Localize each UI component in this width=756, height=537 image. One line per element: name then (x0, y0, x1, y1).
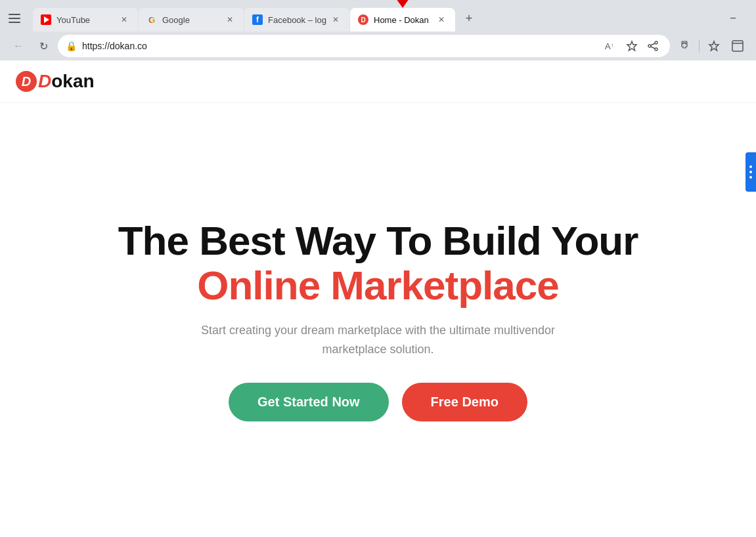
tab-youtube-close[interactable]: ✕ (118, 14, 130, 26)
get-started-button[interactable]: Get Started Now (229, 383, 389, 421)
svg-rect-15 (732, 41, 743, 51)
sidebar-dot-1 (749, 165, 752, 168)
hero-title-line2: Online Marketplace (197, 263, 559, 308)
tab-youtube-title: YouTube (56, 15, 116, 25)
yt-play-icon (44, 16, 49, 23)
add-to-favorites-icon[interactable] (623, 37, 641, 55)
browser-controls-left (0, 5, 33, 32)
svg-point-10 (655, 48, 657, 51)
browser-window: YouTube ✕ G Google ✕ f Facebook – log ✕ … (0, 0, 756, 537)
address-bar-row: ← ↻ 🔒 https://dokan.co A ↑ (0, 32, 756, 60)
svg-point-8 (655, 41, 657, 44)
sidebar-dot-2 (749, 171, 752, 173)
sidebar-dot-3 (749, 176, 752, 179)
read-aloud-icon[interactable]: A ↑ (602, 37, 620, 55)
hero-buttons: Get Started Now Free Demo (229, 383, 527, 421)
svg-point-9 (648, 45, 651, 47)
tab-bar: YouTube ✕ G Google ✕ f Facebook – log ✕ … (0, 0, 756, 32)
svg-marker-14 (709, 41, 719, 51)
favorites-sidebar-button[interactable] (703, 35, 724, 56)
profile-button[interactable] (727, 35, 748, 56)
lock-icon: 🔒 (66, 41, 77, 51)
tab-youtube[interactable]: YouTube ✕ (33, 8, 138, 32)
site-logo[interactable]: D Dokan (16, 71, 740, 92)
address-bar[interactable]: 🔒 https://dokan.co A ↑ (58, 35, 670, 57)
refresh-button[interactable]: ↻ (33, 35, 54, 56)
browser-toolbar-icons (674, 35, 748, 56)
sidebar-toggle[interactable] (5, 9, 24, 28)
arrow-annotation (389, 0, 416, 10)
minimize-button[interactable]: − (718, 9, 748, 28)
tab-google-title: Google (162, 15, 221, 25)
svg-rect-1 (9, 18, 20, 19)
tab-facebook-title: Facebook – log (268, 15, 327, 25)
google-favicon: G (146, 14, 157, 25)
url-text: https://dokan.co (82, 41, 596, 51)
tab-dokan[interactable]: D Home - Dokan ✕ (350, 8, 455, 32)
tab-facebook[interactable]: f Facebook – log ✕ (244, 8, 349, 32)
tab-google-close[interactable]: ✕ (224, 14, 236, 26)
tab-dokan-title: Home - Dokan (374, 15, 433, 25)
hero-section: The Best Way To Build Your Online Market… (0, 103, 756, 537)
tab-bar-right: − (718, 5, 756, 32)
svg-marker-4 (396, 0, 409, 8)
facebook-favicon: f (252, 14, 263, 25)
site-header: D Dokan (0, 60, 756, 103)
sidebar-panel-handle[interactable] (745, 152, 756, 192)
svg-marker-7 (627, 41, 636, 51)
back-button[interactable]: ← (8, 35, 29, 56)
svg-text:A: A (605, 41, 611, 51)
new-tab-button[interactable]: + (458, 8, 479, 29)
logo-text-rest: okan (51, 71, 94, 92)
toolbar-divider (699, 39, 700, 53)
tab-facebook-close[interactable]: ✕ (330, 14, 342, 26)
svg-rect-2 (9, 22, 20, 23)
hero-subtitle: Start creating your dream marketplace wi… (194, 321, 562, 359)
svg-text:↑: ↑ (611, 42, 614, 49)
free-demo-button[interactable]: Free Demo (402, 383, 527, 421)
dokan-favicon: D (358, 14, 368, 25)
address-bar-icons: A ↑ (602, 37, 662, 55)
svg-line-11 (651, 43, 655, 45)
tab-dokan-close[interactable]: ✕ (435, 14, 447, 26)
tab-google[interactable]: G Google ✕ (139, 8, 244, 32)
page-content: D Dokan The Best Way To Build Your Onlin… (0, 60, 756, 537)
svg-line-12 (651, 47, 655, 49)
svg-rect-0 (9, 14, 20, 15)
logo-icon: D (16, 71, 37, 92)
extensions-button[interactable] (674, 35, 695, 56)
youtube-favicon (41, 14, 51, 25)
hero-title-line1: The Best Way To Build Your (118, 219, 638, 263)
logo-letter-d: D (38, 71, 51, 92)
share-icon[interactable] (644, 37, 662, 55)
